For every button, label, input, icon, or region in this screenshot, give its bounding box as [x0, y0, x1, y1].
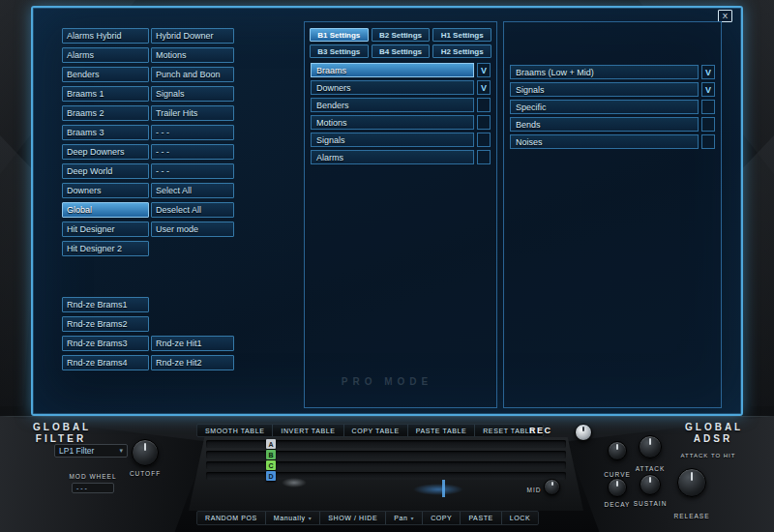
- rnd-ze-brams3-button[interactable]: Rnd-ze Brams3: [62, 336, 149, 351]
- filter-type-value: LP1 Filter: [59, 446, 94, 456]
- list-item-label[interactable]: Braams (Low + Mid): [510, 65, 699, 79]
- library-item-signals[interactable]: Signals: [151, 86, 234, 102]
- checkbox[interactable]: [477, 115, 491, 130]
- table-c-badge[interactable]: C: [266, 460, 276, 470]
- decay-knob[interactable]: [608, 478, 627, 497]
- mod-wheel-value[interactable]: - - -: [72, 483, 114, 493]
- library-item-punch-and-boon[interactable]: Punch and Boon: [151, 67, 234, 82]
- mode-dropdown[interactable]: Manually ▾: [265, 512, 319, 524]
- table-row-c[interactable]: C: [206, 461, 566, 469]
- library-item-braams-3[interactable]: Braams 3: [62, 125, 149, 140]
- rnd-ze-hit1-button[interactable]: Rnd-ze Hit1: [151, 336, 234, 351]
- library-item-deep-downers[interactable]: Deep Downers: [62, 144, 149, 160]
- library-item-trailer-hits[interactable]: Trailer Hits: [151, 105, 234, 121]
- user-mode-button[interactable]: User mode: [151, 222, 234, 237]
- cutoff-knob[interactable]: [132, 439, 159, 466]
- smooth-table-button[interactable]: SMOOTH TABLE: [197, 425, 272, 436]
- checkbox[interactable]: [477, 150, 491, 164]
- checkbox[interactable]: V: [701, 65, 715, 79]
- table-row-b[interactable]: B: [206, 451, 566, 458]
- library-item-hybrid-downer[interactable]: Hybrid Downer: [151, 28, 234, 44]
- tab-h2-settings[interactable]: H2 Settings: [432, 44, 491, 58]
- randomize-column-1: Rnd-ze Brams1 Rnd-ze Brams2 Rnd-ze Brams…: [62, 297, 149, 370]
- library-item-benders[interactable]: Benders: [62, 67, 149, 82]
- checkbox[interactable]: [701, 100, 715, 114]
- copy-button[interactable]: COPY: [422, 512, 460, 524]
- list-item-label[interactable]: Signals: [311, 133, 474, 147]
- sustain-knob[interactable]: [640, 474, 661, 495]
- pan-dropdown[interactable]: Pan ▾: [385, 512, 422, 524]
- library-item-deep-world[interactable]: Deep World: [62, 163, 149, 179]
- rec-button[interactable]: REC: [529, 426, 552, 435]
- list-item-label[interactable]: Bends: [510, 117, 699, 132]
- deselect-all-button[interactable]: Deselect All: [151, 202, 234, 218]
- tab-b1-settings[interactable]: B1 Settings: [310, 28, 369, 42]
- global-adsr-title-line1: GLOBAL: [685, 422, 741, 433]
- lock-button[interactable]: LOCK: [501, 512, 538, 524]
- sustain-label: SUSTAIN: [632, 500, 669, 507]
- library-item-hit-designer[interactable]: Hit Designer: [62, 222, 149, 237]
- show-hide-button[interactable]: SHOW / HIDE: [319, 512, 385, 524]
- rnd-ze-brams2-button[interactable]: Rnd-ze Brams2: [62, 316, 149, 332]
- library-item-downers[interactable]: Downers: [62, 183, 149, 198]
- list-item-label[interactable]: Benders: [311, 98, 474, 112]
- library-item-motions[interactable]: Motions: [151, 47, 234, 63]
- list-item-label[interactable]: Signals: [510, 82, 699, 97]
- global-adsr-title: GLOBAL ADSR: [685, 422, 741, 445]
- library-item-alarms-hybrid[interactable]: Alarms Hybrid: [62, 28, 149, 44]
- list-item: Motions: [311, 115, 491, 130]
- copy-table-button[interactable]: COPY TABLE: [343, 425, 407, 436]
- paste-table-button[interactable]: PASTE TABLE: [407, 425, 475, 436]
- table-row-a[interactable]: A: [206, 440, 566, 448]
- table-row-d[interactable]: D: [206, 472, 566, 480]
- attack-knob[interactable]: [639, 435, 662, 458]
- checkbox[interactable]: [701, 117, 715, 132]
- paste-button[interactable]: PASTE: [460, 512, 500, 524]
- library-item-global[interactable]: Global: [62, 202, 149, 218]
- list-item-label[interactable]: Braams: [311, 63, 474, 77]
- rnd-ze-brams4-button[interactable]: Rnd-ze Brams4: [62, 355, 149, 370]
- master-knob[interactable]: [575, 424, 592, 441]
- rnd-ze-brams1-button[interactable]: Rnd-ze Brams1: [62, 297, 149, 312]
- global-adsr-title-line2: ADSR: [685, 433, 741, 445]
- filter-type-dropdown[interactable]: LP1 Filter ▾: [54, 444, 128, 458]
- list-item: Signals: [311, 133, 491, 147]
- table-b-badge[interactable]: B: [266, 450, 276, 459]
- checkbox[interactable]: V: [701, 82, 715, 97]
- checkbox[interactable]: [701, 134, 715, 149]
- list-item-label[interactable]: Alarms: [311, 150, 474, 164]
- checkbox[interactable]: V: [477, 63, 491, 77]
- mid-knob[interactable]: [544, 479, 560, 495]
- checkbox[interactable]: [477, 133, 491, 147]
- checkbox[interactable]: [477, 98, 491, 112]
- random-pos-button[interactable]: RANDOM POS: [197, 512, 265, 524]
- settings-overlay: X Alarms Hybrid Alarms Benders Braams 1 …: [31, 6, 743, 416]
- library-item-empty-3[interactable]: - - -: [151, 163, 234, 179]
- list-item-label[interactable]: Downers: [311, 80, 474, 95]
- curve-knob[interactable]: [608, 441, 627, 460]
- tab-b2-settings[interactable]: B2 Settings: [372, 28, 431, 42]
- list-item-label[interactable]: Motions: [311, 115, 474, 130]
- tab-b3-settings[interactable]: B3 Settings: [310, 44, 369, 58]
- library-item-hit-designer-2[interactable]: Hit Designer 2: [62, 241, 149, 256]
- library-item-braams-2[interactable]: Braams 2: [62, 105, 149, 121]
- table-d-badge[interactable]: D: [266, 471, 276, 481]
- library-item-braams-1[interactable]: Braams 1: [62, 86, 149, 102]
- checkbox[interactable]: V: [477, 80, 491, 95]
- select-all-button[interactable]: Select All: [151, 183, 234, 198]
- list-item-label[interactable]: Noises: [510, 134, 699, 149]
- table-a-badge[interactable]: A: [266, 439, 276, 449]
- release-knob[interactable]: [677, 468, 706, 497]
- tab-b4-settings[interactable]: B4 Settings: [372, 44, 431, 58]
- list-item: Alarms: [311, 150, 491, 164]
- library-item-empty-2[interactable]: - - -: [151, 144, 234, 160]
- rnd-ze-hit2-button[interactable]: Rnd-ze Hit2: [151, 355, 234, 370]
- invert-table-button[interactable]: INVERT TABLE: [272, 425, 342, 436]
- list-item-label[interactable]: Specific: [510, 100, 699, 114]
- list-item: Noises: [510, 134, 715, 149]
- sub-category-panel: Braams (Low + Mid) V Signals V Specific …: [503, 21, 722, 408]
- chevron-down-icon: ▾: [411, 515, 415, 521]
- tab-h1-settings[interactable]: H1 Settings: [432, 28, 491, 42]
- library-item-empty-1[interactable]: - - -: [151, 125, 234, 140]
- library-item-alarms[interactable]: Alarms: [62, 47, 149, 63]
